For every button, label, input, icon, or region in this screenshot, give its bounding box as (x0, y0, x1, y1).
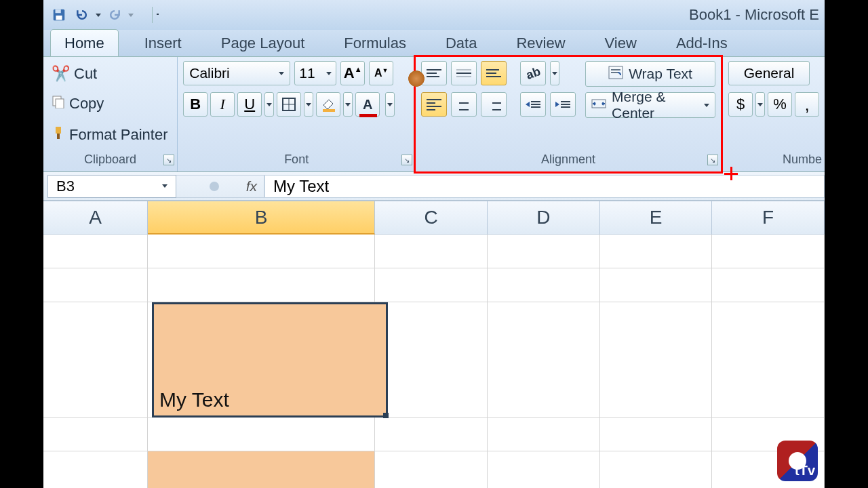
col-header-c[interactable]: C (375, 201, 488, 235)
italic-button[interactable]: I (210, 92, 235, 117)
svg-rect-6 (57, 134, 60, 139)
bold-button[interactable]: B (183, 92, 208, 117)
underline-dropdown[interactable] (264, 92, 274, 117)
col-header-a[interactable]: A (43, 201, 148, 235)
window-title: Book1 - Microsoft E (689, 6, 819, 24)
cell-b4[interactable] (148, 418, 375, 451)
tab-addins[interactable]: Add-Ins (663, 30, 741, 56)
cell-e2[interactable] (600, 268, 713, 302)
font-color-button[interactable]: A (355, 92, 380, 117)
percent-button[interactable]: % (768, 92, 792, 117)
qat-customize-dropdown[interactable] (152, 7, 159, 23)
col-header-e[interactable]: E (600, 201, 713, 235)
tab-data[interactable]: Data (432, 30, 490, 56)
number-format-combo[interactable]: General (728, 61, 810, 85)
align-center-button[interactable] (451, 92, 477, 117)
undo-button[interactable] (72, 5, 92, 25)
col-header-f[interactable]: F (712, 201, 825, 235)
col-header-b[interactable]: B (148, 201, 375, 235)
accounting-format-button[interactable]: $ (728, 92, 753, 117)
align-right-button[interactable] (481, 92, 507, 117)
cell-f1[interactable] (712, 235, 825, 268)
clipboard-dialog-launcher[interactable]: ↘ (163, 155, 174, 165)
fill-color-button[interactable] (316, 92, 340, 117)
cell-e1[interactable] (600, 235, 713, 268)
cell-d1[interactable] (488, 235, 600, 268)
underline-button[interactable]: U (237, 92, 262, 117)
fx-icon[interactable]: fx (246, 178, 257, 195)
format-painter-button[interactable]: Format Painter (49, 124, 171, 146)
cell-b1[interactable] (148, 235, 375, 268)
font-name-combo[interactable]: Calibri (183, 61, 290, 85)
cut-button[interactable]: ✂️ Cut (49, 64, 171, 84)
quick-access-toolbar (43, 5, 159, 25)
formula-input[interactable]: My Text (264, 175, 825, 198)
redo-button[interactable] (104, 5, 125, 25)
accounting-dropdown[interactable] (755, 92, 765, 117)
font-color-dropdown[interactable] (385, 92, 395, 117)
cell-b5[interactable] (148, 451, 375, 488)
font-dialog-launcher[interactable]: ↘ (401, 155, 412, 165)
orientation-button[interactable]: ab (520, 61, 546, 85)
col-header-d[interactable]: D (488, 201, 600, 235)
cell-c4[interactable] (375, 418, 488, 451)
cell-d4[interactable] (488, 418, 600, 451)
cell-d3[interactable] (488, 302, 600, 418)
cell-a1[interactable] (43, 235, 148, 268)
shrink-font-button[interactable]: A▼ (369, 61, 393, 85)
borders-button[interactable] (277, 92, 301, 117)
cell-c2[interactable] (375, 268, 488, 302)
align-top-button[interactable] (421, 61, 447, 85)
increase-indent-button[interactable] (550, 92, 576, 117)
cell-d2[interactable] (488, 268, 600, 302)
cell-a2[interactable] (43, 268, 148, 302)
row-1 (43, 235, 825, 268)
undo-dropdown[interactable] (95, 14, 102, 17)
row-2 (43, 268, 825, 302)
copy-button[interactable]: Copy (49, 94, 171, 114)
align-middle-button[interactable] (451, 61, 477, 85)
worksheet-grid[interactable]: A B C D E F (43, 201, 825, 488)
cell-c3[interactable] (375, 302, 488, 418)
tab-review[interactable]: Review (502, 30, 578, 56)
wrap-text-button[interactable]: Wrap Text (585, 61, 715, 87)
merge-center-button[interactable]: Merge & Center (585, 92, 715, 118)
decrease-indent-button[interactable] (520, 92, 546, 117)
align-left-button[interactable] (421, 92, 447, 117)
cell-a3[interactable] (43, 302, 148, 418)
save-button[interactable] (49, 5, 69, 25)
grow-font-button[interactable]: A▲ (340, 61, 365, 85)
cell-c1[interactable] (375, 235, 488, 268)
copy-label: Copy (69, 95, 104, 113)
tab-home[interactable]: Home (50, 29, 119, 56)
comma-button[interactable]: , (795, 92, 819, 117)
cell-e5[interactable] (600, 451, 713, 488)
cell-a5[interactable] (43, 451, 148, 488)
active-cell[interactable]: My Text (152, 302, 388, 418)
tab-insert[interactable]: Insert (131, 30, 195, 56)
cell-e4[interactable] (600, 418, 713, 451)
cell-e3[interactable] (600, 302, 713, 418)
wrap-text-icon (608, 66, 623, 83)
cell-f2[interactable] (712, 268, 825, 302)
font-size-combo[interactable]: 11 (294, 61, 336, 85)
align-bottom-button[interactable] (481, 61, 507, 85)
cell-a4[interactable] (43, 418, 148, 451)
row-4 (43, 418, 825, 451)
redo-dropdown[interactable] (127, 14, 134, 17)
borders-dropdown[interactable] (304, 92, 313, 117)
orientation-dropdown[interactable] (550, 61, 559, 85)
cell-f3[interactable] (712, 302, 825, 418)
tab-page-layout[interactable]: Page Layout (208, 30, 319, 56)
tab-formulas[interactable]: Formulas (330, 30, 420, 56)
tab-view[interactable]: View (591, 30, 650, 56)
fill-handle[interactable] (383, 413, 389, 418)
highlight-marker (724, 167, 738, 180)
cell-d5[interactable] (488, 451, 600, 488)
ribbon: ✂️ Cut Copy Format Painter (43, 57, 825, 172)
alignment-dialog-launcher[interactable]: ↘ (707, 155, 718, 165)
fill-color-dropdown[interactable] (343, 92, 353, 117)
name-box[interactable]: B3 (47, 175, 176, 198)
cell-c5[interactable] (375, 451, 488, 488)
cell-b2[interactable] (148, 268, 375, 302)
